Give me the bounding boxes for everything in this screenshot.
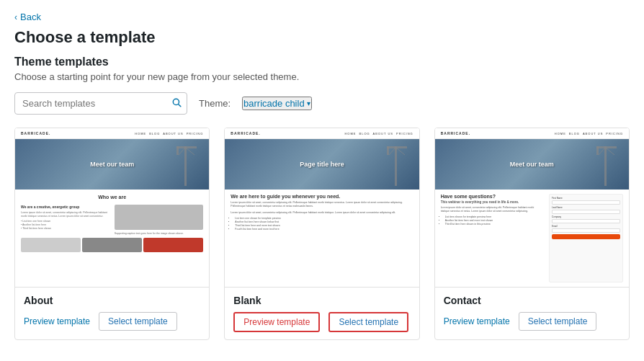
template-info-about: About Preview template Select template: [15, 287, 209, 338]
template-card-blank: BARRICADE. HOME BLOG ABOUT US PRICING: [224, 128, 419, 340]
mockup-nav-blank: BARRICADE. HOME BLOG ABOUT US PRICING: [225, 128, 419, 139]
template-info-contact: Contact Preview template Select template: [435, 287, 629, 338]
svg-line-5: [179, 148, 184, 155]
svg-rect-4: [176, 146, 179, 155]
svg-rect-9: [387, 146, 389, 155]
svg-line-1: [179, 104, 181, 106]
mockup-nav-contact: BARRICADE. HOME BLOG ABOUT US PRICING: [435, 128, 629, 139]
preview-template-about[interactable]: Preview template: [24, 316, 90, 326]
section-subtitle: Choose a starting point for your new pag…: [14, 71, 630, 82]
mockup-images-about: [21, 238, 203, 252]
select-template-blank[interactable]: Select template: [328, 312, 408, 332]
template-preview-about: BARRICADE. HOME BLOG ABOUT US PRICING: [15, 128, 209, 287]
template-name-contact: Contact: [444, 295, 620, 306]
section-title: Theme templates: [14, 55, 630, 68]
back-link[interactable]: ‹ Back: [14, 12, 630, 22]
back-arrow-icon: ‹: [14, 12, 17, 22]
crane-icon-contact: [593, 143, 618, 190]
mockup-body-blank: We are here to guide you whenever you ne…: [225, 190, 419, 287]
svg-line-10: [389, 148, 395, 155]
select-template-contact[interactable]: Select template: [519, 312, 597, 331]
theme-selector[interactable]: barricade child ▾: [242, 97, 312, 110]
template-name-about: About: [24, 295, 200, 306]
search-input[interactable]: [14, 92, 187, 115]
mockup-body-about: Who we are We are a creative, energetic …: [15, 190, 209, 287]
preview-template-blank[interactable]: Preview template: [233, 312, 320, 332]
templates-grid: BARRICADE. HOME BLOG ABOUT US PRICING: [14, 128, 630, 340]
mockup-blank: BARRICADE. HOME BLOG ABOUT US PRICING: [225, 128, 419, 287]
template-actions-blank: Preview template Select template: [233, 312, 410, 332]
mockup-hero-about: Meet our team: [15, 139, 209, 190]
svg-rect-8: [387, 146, 407, 148]
svg-rect-2: [184, 146, 187, 186]
search-theme-row: Theme: barricade child ▾: [14, 92, 630, 115]
template-info-blank: Blank Preview template Select template: [225, 287, 419, 339]
select-template-about[interactable]: Select template: [99, 312, 177, 331]
svg-rect-3: [176, 146, 197, 148]
mockup-nav-about: BARRICADE. HOME BLOG ABOUT US PRICING: [15, 128, 209, 139]
svg-rect-13: [596, 146, 617, 148]
svg-rect-14: [596, 146, 599, 155]
search-button[interactable]: [171, 97, 182, 110]
page-container: ‹ Back Choose a template Theme templates…: [0, 0, 644, 352]
svg-rect-12: [604, 146, 607, 186]
crane-icon-about: [173, 143, 198, 190]
template-actions-about: Preview template Select template: [24, 312, 200, 331]
template-card-about: BARRICADE. HOME BLOG ABOUT US PRICING: [14, 128, 210, 340]
search-icon: [171, 97, 182, 107]
mockup-hero-contact: Meet our team: [435, 139, 629, 190]
template-preview-contact: BARRICADE. HOME BLOG ABOUT US PRICING: [435, 128, 629, 287]
mockup-contact: BARRICADE. HOME BLOG ABOUT US PRICING: [435, 128, 629, 287]
svg-point-0: [173, 99, 179, 104]
preview-template-contact[interactable]: Preview template: [444, 316, 510, 326]
page-title: Choose a template: [14, 28, 630, 47]
back-label: Back: [20, 12, 41, 22]
svg-line-11: [397, 148, 405, 155]
mockup-hero-blank: Page title here: [225, 139, 419, 190]
template-name-blank: Blank: [233, 295, 410, 306]
mockup-body-contact: Have some questions? This webinar is eve…: [435, 190, 629, 287]
template-actions-contact: Preview template Select template: [444, 312, 620, 331]
svg-rect-7: [395, 146, 397, 186]
search-wrapper: [14, 92, 187, 115]
mockup-about: BARRICADE. HOME BLOG ABOUT US PRICING: [15, 128, 209, 287]
svg-line-6: [187, 148, 194, 155]
template-card-contact: BARRICADE. HOME BLOG ABOUT US PRICING: [434, 128, 630, 340]
svg-line-15: [599, 148, 604, 155]
svg-line-16: [607, 148, 614, 155]
theme-value-text: barricade child: [243, 98, 305, 109]
chevron-down-icon: ▾: [307, 99, 310, 107]
template-preview-blank: BARRICADE. HOME BLOG ABOUT US PRICING: [225, 128, 419, 287]
crane-icon-blank: [383, 143, 408, 190]
theme-label: Theme:: [199, 98, 231, 109]
